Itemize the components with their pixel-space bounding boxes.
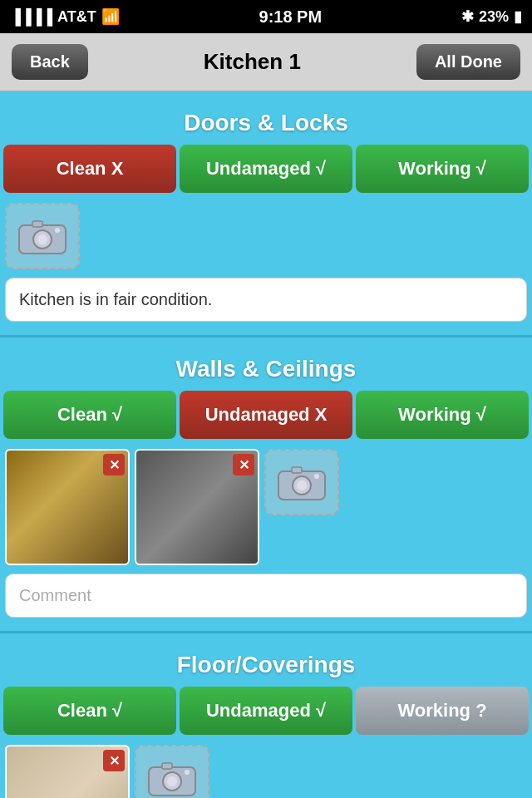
battery-label: 23% [479, 8, 509, 26]
svg-point-12 [167, 776, 177, 786]
status-right: ✱ 23% ▮ [461, 7, 522, 26]
walls-ceilings-clean-btn[interactable]: Clean √ [3, 391, 176, 439]
section-walls-ceilings: Walls & Ceilings Clean √ Undamaged X Wor… [0, 344, 532, 624]
section-floor-coverings: Floor/Coverings Clean √ Undamaged √ Work… [0, 640, 532, 798]
page-title: Kitchen 1 [204, 49, 301, 75]
section-doors-locks: Doors & Locks Clean X Undamaged √ Workin… [0, 98, 532, 328]
section-title-doors-locks: Doors & Locks [0, 98, 532, 145]
camera-icon [17, 215, 67, 257]
svg-point-4 [55, 228, 60, 233]
battery-icon: ▮ [514, 7, 522, 26]
floor-photo-1: ✕ [5, 745, 130, 798]
floor-photo-1-delete[interactable]: ✕ [103, 750, 125, 771]
bluetooth-icon: ✱ [461, 7, 474, 26]
svg-rect-8 [292, 467, 302, 473]
wifi-icon: 📶 [101, 7, 120, 26]
svg-rect-3 [32, 221, 42, 227]
floor-coverings-clean-btn[interactable]: Clean √ [3, 687, 176, 735]
status-left: ▐▐▐▐ AT&T 📶 [10, 7, 120, 26]
camera-icon [277, 461, 327, 503]
floor-coverings-working-btn[interactable]: Working ? [356, 687, 529, 735]
camera-icon [147, 757, 197, 798]
all-done-button[interactable]: All Done [416, 44, 520, 80]
status-bar: ▐▐▐▐ AT&T 📶 9:18 PM ✱ 23% ▮ [0, 0, 532, 33]
svg-point-14 [185, 770, 190, 775]
doors-locks-working-btn[interactable]: Working √ [356, 145, 529, 193]
walls-ceilings-photos: ✕ ✕ [0, 444, 532, 570]
back-button[interactable]: Back [12, 44, 88, 80]
doors-locks-comment[interactable] [5, 278, 527, 322]
divider-1 [0, 335, 532, 337]
doors-locks-undamaged-btn[interactable]: Undamaged √ [180, 145, 352, 193]
carrier-label: AT&T [57, 8, 96, 26]
walls-photo-2-delete[interactable]: ✕ [233, 454, 254, 475]
doors-locks-clean-btn[interactable]: Clean X [3, 145, 176, 193]
svg-point-9 [314, 474, 319, 479]
svg-point-2 [37, 234, 47, 244]
divider-2 [0, 631, 532, 633]
walls-photo-1: ✕ [5, 449, 130, 565]
walls-ceilings-undamaged-btn[interactable]: Undamaged X [180, 391, 352, 439]
floor-coverings-camera-btn[interactable] [135, 745, 209, 798]
section-title-walls-ceilings: Walls & Ceilings [0, 344, 532, 391]
floor-coverings-undamaged-btn[interactable]: Undamaged √ [180, 687, 352, 735]
walls-photo-1-delete[interactable]: ✕ [103, 454, 125, 475]
main-content: Doors & Locks Clean X Undamaged √ Workin… [0, 91, 532, 798]
walls-ceilings-camera-btn[interactable] [264, 449, 339, 515]
floor-coverings-photos: ✕ [0, 740, 532, 798]
floor-coverings-btn-row: Clean √ Undamaged √ Working ? [3, 687, 529, 735]
walls-ceilings-working-btn[interactable]: Working √ [356, 391, 529, 439]
svg-rect-13 [162, 763, 172, 769]
signal-icon: ▐▐▐▐ [10, 8, 52, 26]
nav-bar: Back Kitchen 1 All Done [0, 33, 532, 91]
status-time: 9:18 PM [259, 7, 323, 27]
svg-point-7 [297, 480, 307, 490]
doors-locks-camera-btn[interactable] [5, 203, 80, 269]
walls-ceilings-comment[interactable] [5, 574, 527, 618]
doors-locks-btn-row: Clean X Undamaged √ Working √ [3, 145, 529, 193]
doors-locks-photos [0, 198, 532, 274]
walls-ceilings-btn-row: Clean √ Undamaged X Working √ [3, 391, 529, 439]
section-title-floor-coverings: Floor/Coverings [0, 640, 532, 687]
walls-photo-2: ✕ [135, 449, 259, 565]
